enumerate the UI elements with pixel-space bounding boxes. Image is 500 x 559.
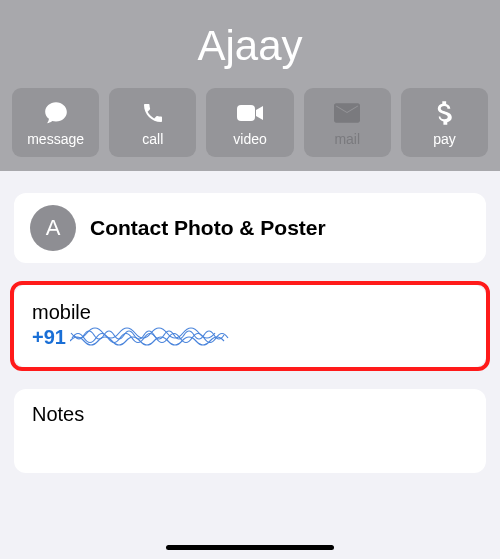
home-indicator[interactable] <box>166 545 334 550</box>
message-icon <box>42 99 70 127</box>
dollar-icon <box>430 99 458 127</box>
phone-prefix: +91 <box>32 326 66 349</box>
phone-card[interactable]: mobile +91 <box>14 285 486 367</box>
phone-type-label: mobile <box>32 301 468 324</box>
notes-card[interactable]: Notes <box>14 389 486 473</box>
contact-photo-poster-button[interactable]: A Contact Photo & Poster <box>14 193 486 263</box>
mail-icon <box>333 99 361 127</box>
contact-header: Ajaay message call video mail <box>0 0 500 171</box>
photo-poster-title: Contact Photo & Poster <box>90 216 326 240</box>
contact-name: Ajaay <box>0 14 500 88</box>
video-button[interactable]: video <box>206 88 293 157</box>
video-label: video <box>233 131 266 147</box>
avatar-initial: A <box>46 215 61 241</box>
pay-button[interactable]: pay <box>401 88 488 157</box>
content-area: A Contact Photo & Poster mobile +91 <box>0 171 500 473</box>
notes-title: Notes <box>32 403 468 426</box>
message-label: message <box>27 131 84 147</box>
avatar: A <box>30 205 76 251</box>
svg-rect-0 <box>237 105 255 121</box>
message-button[interactable]: message <box>12 88 99 157</box>
video-icon <box>236 99 264 127</box>
phone-card-wrapper: mobile +91 <box>14 285 486 367</box>
phone-icon <box>139 99 167 127</box>
phone-number-redacted <box>70 327 240 349</box>
mail-button: mail <box>304 88 391 157</box>
action-row: message call video mail pay <box>0 88 500 157</box>
call-label: call <box>142 131 163 147</box>
call-button[interactable]: call <box>109 88 196 157</box>
pay-label: pay <box>433 131 456 147</box>
mail-label: mail <box>334 131 360 147</box>
phone-number-row: +91 <box>32 326 468 349</box>
